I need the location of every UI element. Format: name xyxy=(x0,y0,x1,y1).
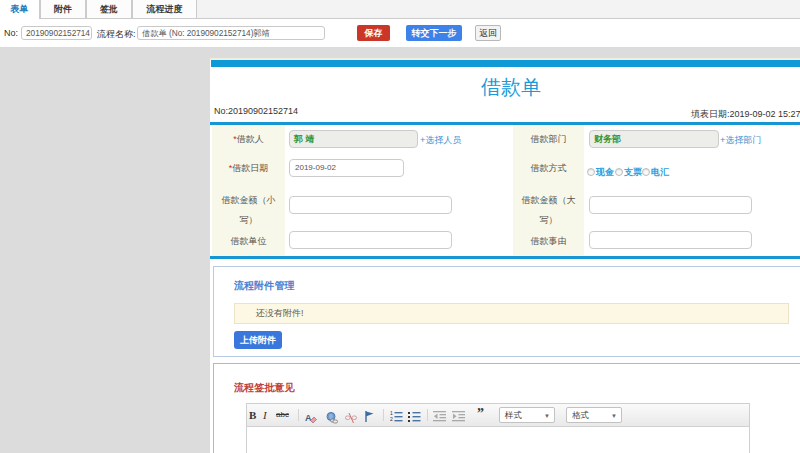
svg-text:A: A xyxy=(305,413,312,423)
svg-text:2: 2 xyxy=(390,416,393,422)
